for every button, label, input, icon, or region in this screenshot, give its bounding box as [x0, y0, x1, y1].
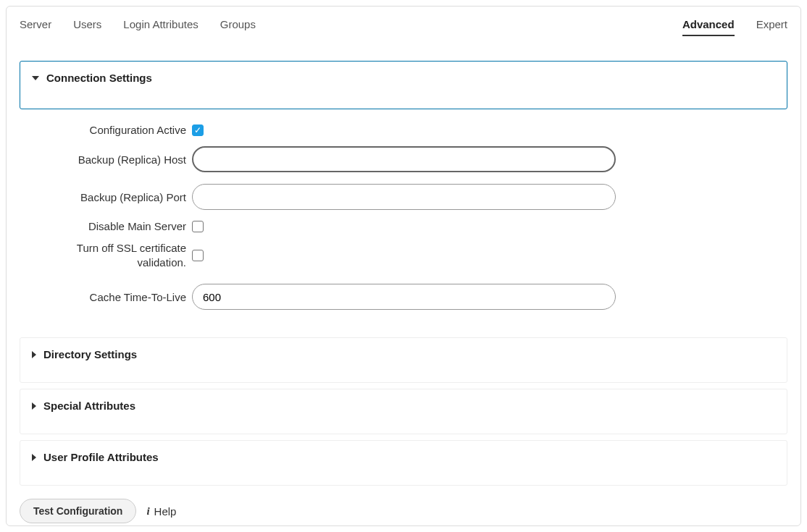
label-backup-port: Backup (Replica) Port	[33, 191, 192, 203]
section-directory-settings: Directory Settings	[20, 337, 787, 383]
help-link[interactable]: i Help	[146, 505, 176, 518]
label-ssl-validation: Turn off SSL certificate validation.	[33, 241, 192, 269]
tab-login-attributes[interactable]: Login Attributes	[123, 18, 198, 35]
section-title: Special Attributes	[43, 400, 135, 412]
row-disable-main-server: Disable Main Server	[33, 220, 774, 232]
section-header-directory[interactable]: Directory Settings	[20, 338, 787, 382]
section-title: User Profile Attributes	[43, 451, 159, 463]
section-header-special[interactable]: Special Attributes	[20, 389, 787, 434]
help-label: Help	[154, 505, 177, 518]
checkbox-configuration-active[interactable]: ✓	[192, 124, 204, 136]
input-backup-port[interactable]	[192, 184, 616, 210]
label-configuration-active: Configuration Active	[33, 124, 192, 136]
tab-advanced[interactable]: Advanced	[682, 18, 735, 36]
tabs-left: Server Users Login Attributes Groups	[20, 18, 256, 35]
section-body-connection: Configuration Active ✓ Backup (Replica) …	[20, 115, 787, 337]
checkbox-disable-main-server[interactable]	[192, 221, 204, 232]
label-disable-main-server: Disable Main Server	[33, 220, 192, 232]
section-title: Connection Settings	[46, 72, 152, 84]
chevron-right-icon	[32, 402, 36, 410]
section-special-attributes: Special Attributes	[20, 389, 787, 434]
input-cache-ttl[interactable]	[192, 284, 616, 310]
tabs-right: Advanced Expert	[682, 18, 787, 36]
tab-expert[interactable]: Expert	[756, 18, 787, 36]
section-header-user-profile[interactable]: User Profile Attributes	[20, 441, 787, 485]
row-configuration-active: Configuration Active ✓	[33, 124, 774, 136]
row-cache-ttl: Cache Time-To-Live	[33, 282, 774, 311]
section-title: Directory Settings	[43, 348, 137, 360]
tab-bar: Server Users Login Attributes Groups Adv…	[20, 18, 787, 36]
settings-panel: Server Users Login Attributes Groups Adv…	[6, 6, 801, 526]
test-configuration-button[interactable]: Test Configuration	[20, 499, 136, 523]
section-header-connection[interactable]: Connection Settings	[20, 62, 787, 109]
label-cache-ttl: Cache Time-To-Live	[33, 291, 192, 303]
section-user-profile-attributes: User Profile Attributes	[20, 440, 787, 486]
section-connection-settings: Connection Settings	[20, 61, 787, 109]
row-backup-port: Backup (Replica) Port	[33, 182, 774, 211]
chevron-right-icon	[32, 351, 36, 358]
input-backup-host[interactable]	[192, 146, 616, 172]
row-ssl-validation: Turn off SSL certificate validation.	[33, 241, 774, 269]
tab-groups[interactable]: Groups	[220, 18, 256, 35]
label-backup-host: Backup (Replica) Host	[33, 153, 192, 166]
tab-server[interactable]: Server	[20, 18, 51, 35]
footer: Test Configuration i Help	[20, 499, 787, 523]
chevron-right-icon	[32, 454, 36, 461]
checkbox-ssl-validation[interactable]	[192, 250, 204, 261]
chevron-down-icon	[32, 76, 39, 80]
info-icon: i	[146, 505, 149, 518]
row-backup-host: Backup (Replica) Host	[33, 145, 774, 174]
tab-users[interactable]: Users	[73, 18, 101, 35]
